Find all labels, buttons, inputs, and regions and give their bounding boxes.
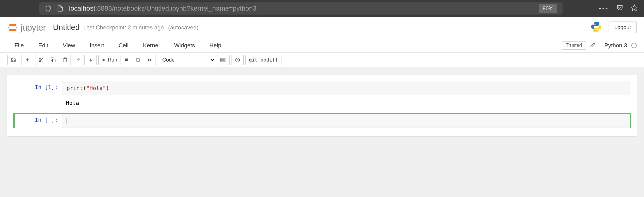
stop-button[interactable] bbox=[120, 55, 132, 65]
document-icon bbox=[57, 5, 64, 12]
svg-point-10 bbox=[39, 61, 41, 62]
notebook-title[interactable]: Untitled bbox=[53, 23, 80, 32]
svg-marker-18 bbox=[103, 58, 105, 62]
checkpoint-text: Last Checkpoint: 2 minutes ago bbox=[83, 24, 164, 31]
url-text: localhost:8888/notebooks/Untitled.ipynb?… bbox=[69, 5, 257, 12]
svg-line-12 bbox=[42, 60, 43, 62]
url-bar[interactable]: localhost:8888/notebooks/Untitled.ipynb?… bbox=[39, 2, 563, 15]
add-cell-button[interactable] bbox=[21, 55, 33, 65]
menu-widgets[interactable]: Widgets bbox=[167, 39, 202, 52]
command-palette-button[interactable] bbox=[217, 55, 230, 65]
pencil-icon[interactable] bbox=[590, 42, 596, 49]
nbdiff-button[interactable]: git nbdiff bbox=[245, 55, 281, 65]
menu-insert[interactable]: Insert bbox=[82, 39, 111, 52]
svg-rect-25 bbox=[223, 59, 224, 59]
paste-button[interactable] bbox=[59, 55, 71, 65]
jupyter-logo[interactable]: jupyter bbox=[7, 22, 46, 33]
svg-point-9 bbox=[39, 58, 41, 59]
menubar: File Edit View Insert Cell Kernel Widget… bbox=[0, 38, 644, 53]
output-row: Hola bbox=[13, 97, 631, 109]
logout-button[interactable]: Logout bbox=[609, 22, 637, 33]
code-cell[interactable]: In [1]: print("Hola") bbox=[13, 81, 631, 95]
svg-marker-21 bbox=[150, 58, 151, 62]
move-down-button[interactable] bbox=[84, 55, 97, 65]
svg-rect-19 bbox=[125, 58, 128, 61]
menu-edit[interactable]: Edit bbox=[31, 39, 56, 52]
svg-point-4 bbox=[16, 27, 17, 28]
more-icon[interactable]: ••• bbox=[599, 5, 609, 12]
menu-file[interactable]: File bbox=[7, 39, 31, 52]
cell-type-select[interactable]: Code bbox=[158, 55, 215, 65]
svg-rect-23 bbox=[221, 59, 222, 59]
svg-point-5 bbox=[594, 22, 595, 23]
copy-button[interactable] bbox=[47, 55, 59, 65]
svg-rect-14 bbox=[52, 59, 55, 62]
timer-button[interactable] bbox=[232, 55, 244, 65]
svg-rect-15 bbox=[64, 58, 66, 58]
menu-kernel[interactable]: Kernel bbox=[136, 39, 167, 52]
svg-point-1 bbox=[9, 24, 17, 26]
pocket-icon[interactable] bbox=[616, 4, 623, 13]
input-prompt: In [ ]: bbox=[14, 114, 62, 128]
svg-rect-24 bbox=[222, 59, 223, 59]
shield-icon[interactable] bbox=[45, 5, 51, 12]
save-button[interactable] bbox=[7, 55, 19, 65]
svg-marker-20 bbox=[148, 58, 150, 62]
move-up-button[interactable] bbox=[73, 55, 85, 65]
trusted-badge[interactable]: Trusted bbox=[562, 41, 586, 50]
bookmark-star-icon[interactable] bbox=[631, 4, 638, 13]
zoom-badge[interactable]: 90% bbox=[539, 4, 557, 13]
kernel-name[interactable]: Python 3 bbox=[604, 42, 627, 49]
svg-point-2 bbox=[9, 29, 17, 31]
svg-rect-28 bbox=[222, 60, 225, 60]
notebook-wrapper: In [1]: print("Hola") Hola In [ ]: bbox=[0, 67, 644, 143]
toolbar: Run Code git nbdiff bbox=[0, 53, 644, 67]
divider bbox=[600, 42, 600, 49]
code-input[interactable]: print("Hola") bbox=[62, 81, 630, 95]
svg-rect-29 bbox=[221, 61, 225, 61]
menu-view[interactable]: View bbox=[55, 39, 82, 52]
input-prompt: In [1]: bbox=[14, 81, 62, 95]
python-logo-icon bbox=[590, 21, 603, 35]
menu-help[interactable]: Help bbox=[202, 39, 228, 52]
kernel-status-icon bbox=[631, 43, 637, 48]
output-prompt bbox=[13, 97, 62, 109]
jupyter-header: jupyter Untitled Last Checkpoint: 2 minu… bbox=[0, 17, 644, 38]
notebook-container: In [1]: print("Hola") Hola In [ ]: bbox=[7, 75, 637, 136]
svg-point-3 bbox=[8, 27, 9, 28]
browser-chrome: localhost:8888/notebooks/Untitled.ipynb?… bbox=[0, 0, 644, 17]
svg-rect-26 bbox=[225, 59, 225, 59]
autosaved-text: (autosaved) bbox=[168, 24, 198, 31]
svg-marker-0 bbox=[631, 5, 637, 11]
svg-line-13 bbox=[40, 59, 41, 60]
restart-run-button[interactable] bbox=[144, 55, 156, 65]
svg-rect-27 bbox=[221, 60, 222, 60]
svg-point-6 bbox=[597, 30, 598, 31]
browser-actions: ••• bbox=[599, 4, 638, 13]
logo-text: jupyter bbox=[21, 22, 46, 33]
cell-output: Hola bbox=[62, 97, 631, 109]
restart-button[interactable] bbox=[132, 55, 144, 65]
menu-cell[interactable]: Cell bbox=[111, 39, 136, 52]
code-input[interactable] bbox=[62, 114, 630, 128]
code-cell[interactable]: In [ ]: bbox=[13, 113, 631, 128]
run-button[interactable]: Run bbox=[98, 55, 120, 65]
cut-button[interactable] bbox=[35, 55, 47, 65]
